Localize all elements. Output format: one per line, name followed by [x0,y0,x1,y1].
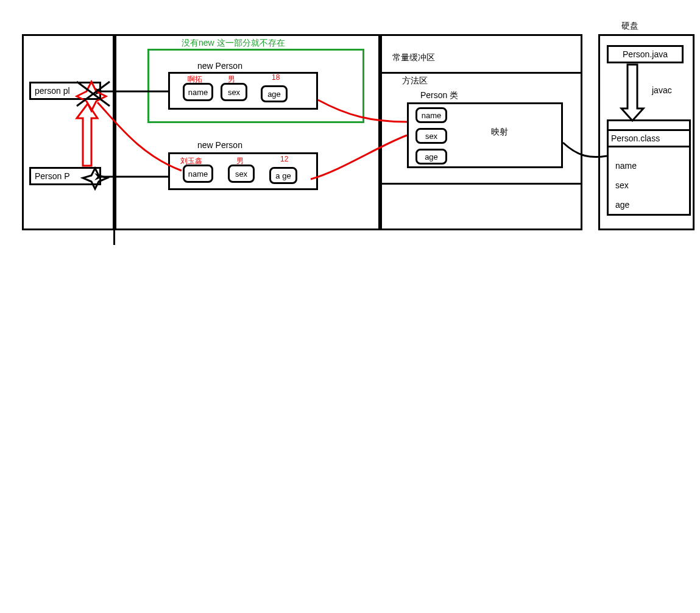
heap-notch [113,230,117,245]
constant-pool-sep-bottom [381,183,581,185]
disk-field-sex: sex [615,180,629,190]
stack-var-pl-label: person pl [35,86,70,96]
mapping-label: 映射 [491,127,508,138]
obj1-age-value: 18 [272,73,280,82]
stack-column [22,34,115,230]
obj2-name-field: name [183,165,213,183]
disk-field-name: name [615,161,637,171]
class-field-age: age [415,149,447,165]
green-note: 没有new 这一部分就不存在 [182,38,285,49]
file-java-box: Person.java [607,45,684,63]
stack-var-p-label: Person P [35,171,70,181]
stack-var-p: Person P [29,167,101,185]
class-field-sex: sex [415,128,447,144]
obj1-sex-field: sex [221,83,247,101]
obj2-sex-field: sex [228,165,255,183]
file-java-label: Person.java [623,49,668,59]
obj2-age-value: 12 [280,155,288,163]
obj2-title: new Person [197,140,242,150]
disk-title: 硬盘 [621,21,638,32]
obj1-title: new Person [197,61,242,71]
class-field-name: name [415,107,447,123]
file-class-label: Person.class [611,133,660,143]
diagram-canvas: person pl Person P 没有new 这一部分就不存在 new Pe… [0,0,700,613]
compile-label: javac [652,85,672,95]
stack-var-pl: person pl [29,82,101,100]
class-name-label: Person 类 [420,90,458,101]
obj2-age-field: a ge [269,167,297,184]
method-area-title: 方法区 [402,76,428,87]
file-class-header: Person.class [607,129,691,147]
constant-pool-label: 常量缓冲区 [392,52,435,63]
constant-pool-sep-top [381,72,581,74]
obj1-age-field: age [261,85,288,102]
obj1-name-field: name [183,83,213,101]
disk-field-age: age [615,200,629,210]
